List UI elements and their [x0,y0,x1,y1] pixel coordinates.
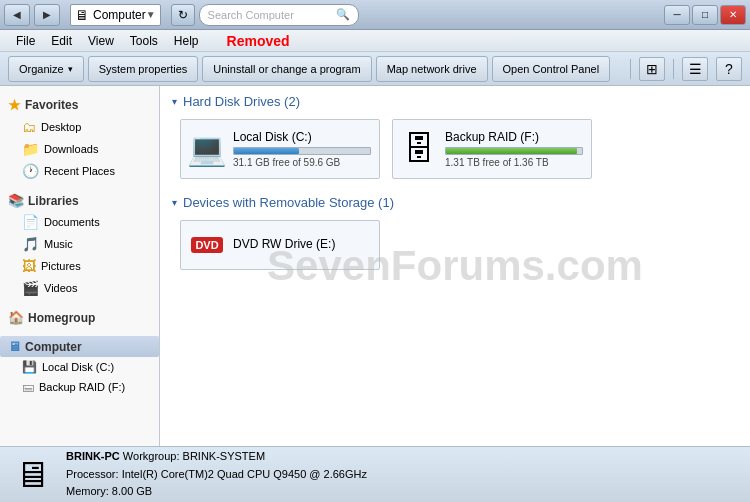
removable-label: Devices with Removable Storage (1) [183,195,394,210]
view-list-button[interactable]: ☰ [682,57,708,81]
status-pc-name: BRINK-PC [66,450,120,462]
sidebar-libraries-header[interactable]: 📚 Libraries [0,190,159,211]
address-bar[interactable]: 🖥 Computer ▼ [70,4,161,26]
sidebar-item-desktop[interactable]: 🗂 Desktop [0,116,159,138]
downloads-label: Downloads [44,143,98,155]
drive-f-icon-img: 🗄 [401,131,437,167]
drive-c-info: Local Disk (C:) 31.1 GB free of 59.6 GB [233,130,371,168]
search-box[interactable]: Search Computer 🔍 [199,4,359,26]
back-button[interactable]: ◀ [4,4,30,26]
address-icon: 🖥 [75,7,89,23]
homegroup-label: Homegroup [28,311,95,325]
sidebar-favorites-header[interactable]: ★ Favorites [0,94,159,116]
music-label: Music [44,238,73,250]
homegroup-icon: 🏠 [8,310,24,325]
dvd-label-badge: DVD [191,237,222,253]
toolbar: Organize ▾ System properties Uninstall o… [0,52,750,86]
desktop-label: Desktop [41,121,81,133]
open-control-button[interactable]: Open Control Panel [492,56,611,82]
drive-item-c[interactable]: 💻 Local Disk (C:) 31.1 GB free of 59.6 G… [180,119,380,179]
uninstall-label: Uninstall or change a program [213,63,360,75]
videos-label: Videos [44,282,77,294]
sidebar-item-videos[interactable]: 🎬 Videos [0,277,159,299]
system-properties-button[interactable]: System properties [88,56,199,82]
drive-f-size: 1.31 TB free of 1.36 TB [445,157,583,168]
maximize-button[interactable]: □ [692,5,718,25]
documents-label: Documents [44,216,100,228]
address-text: Computer [93,8,146,22]
local-disk-img-icon: 💻 [187,130,227,168]
view-icon-button[interactable]: ⊞ [639,57,665,81]
forward-button[interactable]: ▶ [34,4,60,26]
status-memory: Memory: 8.00 GB [66,483,367,501]
drive-item-f[interactable]: 🗄 Backup RAID (F:) 1.31 TB free of 1.36 … [392,119,592,179]
documents-icon: 📄 [22,214,39,230]
sidebar-item-documents[interactable]: 📄 Documents [0,211,159,233]
address-dropdown-arrow[interactable]: ▼ [146,9,156,20]
favorites-label: Favorites [25,98,78,112]
sidebar-item-pictures[interactable]: 🖼 Pictures [0,255,159,277]
menu-help[interactable]: Help [166,32,207,50]
drive-c-icon-img: 💻 [189,131,225,167]
sidebar-item-backup-raid-f[interactable]: 🖴 Backup RAID (F:) [0,377,159,397]
drive-f-bar-fill [446,148,577,154]
organize-arrow: ▾ [68,64,73,74]
menu-file[interactable]: File [8,32,43,50]
drive-c-icon: 💾 [22,360,37,374]
sidebar: ★ Favorites 🗂 Desktop 📁 Downloads 🕐 Rece… [0,86,160,446]
drive-f-name: Backup RAID (F:) [445,130,583,144]
dvd-drive-item[interactable]: DVD DVD RW Drive (E:) [180,220,380,270]
sidebar-item-downloads[interactable]: 📁 Downloads [0,138,159,160]
sidebar-favorites-section: ★ Favorites 🗂 Desktop 📁 Downloads 🕐 Rece… [0,94,159,182]
drive-c-bar-bg [233,147,371,155]
sidebar-item-local-disk-c[interactable]: 💾 Local Disk (C:) [0,357,159,377]
title-bar-left: ◀ ▶ 🖥 Computer ▼ ↻ Search Computer 🔍 [4,4,359,26]
status-info: BRINK-PC Workgroup: BRINK-SYSTEM Process… [66,448,367,501]
computer-label: Computer [25,340,82,354]
status-bar: 🖥 BRINK-PC Workgroup: BRINK-SYSTEM Proce… [0,446,750,502]
drive-f-bar-bg [445,147,583,155]
toolbar-separator-2 [673,59,674,79]
map-network-button[interactable]: Map network drive [376,56,488,82]
music-icon: 🎵 [22,236,39,252]
sidebar-computer-header[interactable]: 🖥 Computer [0,336,159,357]
computer-icon: 🖥 [8,339,21,354]
sidebar-homegroup-section: 🏠 Homegroup [0,307,159,328]
system-properties-label: System properties [99,63,188,75]
collapse-removable-arrow[interactable]: ▾ [172,197,177,208]
search-icon: 🔍 [336,8,350,21]
status-pc-name-line: BRINK-PC Workgroup: BRINK-SYSTEM [66,448,367,466]
hard-disks-header: ▾ Hard Disk Drives (2) [172,94,738,109]
videos-icon: 🎬 [22,280,39,296]
removable-header: ▾ Devices with Removable Storage (1) [172,195,738,210]
menu-edit[interactable]: Edit [43,32,80,50]
window-controls: ─ □ ✕ [664,5,746,25]
main-layout: ★ Favorites 🗂 Desktop 📁 Downloads 🕐 Rece… [0,86,750,446]
removable-grid: DVD DVD RW Drive (E:) [180,220,738,270]
menu-view[interactable]: View [80,32,122,50]
minimize-button[interactable]: ─ [664,5,690,25]
close-button[interactable]: ✕ [720,5,746,25]
sidebar-item-music[interactable]: 🎵 Music [0,233,159,255]
collapse-hard-disks-arrow[interactable]: ▾ [172,96,177,107]
drive-grid: 💻 Local Disk (C:) 31.1 GB free of 59.6 G… [180,119,738,179]
downloads-folder-icon: 📁 [22,141,39,157]
sidebar-libraries-section: 📚 Libraries 📄 Documents 🎵 Music 🖼 Pictur… [0,190,159,299]
menu-tools[interactable]: Tools [122,32,166,50]
refresh-button[interactable]: ↻ [171,4,195,26]
help-button[interactable]: ? [716,57,742,81]
dvd-name: DVD RW Drive (E:) [233,237,371,251]
uninstall-button[interactable]: Uninstall or change a program [202,56,371,82]
library-icon: 📚 [8,193,24,208]
organize-label: Organize [19,63,64,75]
map-network-label: Map network drive [387,63,477,75]
sidebar-homegroup-header[interactable]: 🏠 Homegroup [0,307,159,328]
drive-c-size: 31.1 GB free of 59.6 GB [233,157,371,168]
backup-raid-f-label: Backup RAID (F:) [39,381,125,393]
backup-raid-icon: 🖴 [22,380,34,394]
search-placeholder: Search Computer [208,9,294,21]
content-area: SevenForums.com ▾ Hard Disk Drives (2) 💻… [160,86,750,446]
sidebar-item-recent-places[interactable]: 🕐 Recent Places [0,160,159,182]
removed-label: Removed [227,33,290,49]
organize-button[interactable]: Organize ▾ [8,56,84,82]
